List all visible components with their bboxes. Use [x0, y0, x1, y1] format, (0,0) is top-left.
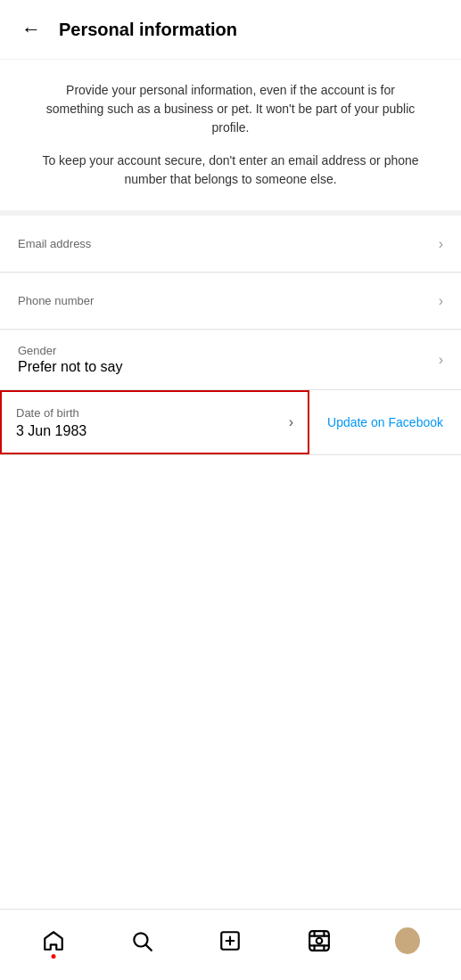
dob-label: Date of birth — [16, 406, 86, 420]
dob-row: Date of birth 3 Jun 1983 › Update on Fac… — [0, 390, 461, 455]
description-section: Provide your personal information, even … — [0, 60, 461, 216]
dob-value: 3 Jun 1983 — [16, 423, 86, 439]
nav-item-profile[interactable] — [381, 921, 434, 960]
email-field-content: Email address — [18, 237, 91, 250]
back-button[interactable]: ← — [18, 14, 45, 45]
phone-chevron-icon: › — [439, 293, 443, 309]
nav-item-home[interactable] — [27, 921, 80, 960]
gender-chevron-icon: › — [439, 352, 443, 368]
dob-field[interactable]: Date of birth 3 Jun 1983 › — [0, 390, 309, 454]
email-field[interactable]: Email address › — [0, 216, 461, 273]
page-title: Personal information — [59, 20, 237, 40]
dob-content: Date of birth 3 Jun 1983 — [16, 406, 86, 439]
security-description: To keep your account secure, don't enter… — [36, 151, 425, 189]
header: ← Personal information — [0, 0, 461, 60]
gender-value: Prefer not to say — [18, 359, 122, 375]
reels-icon — [307, 928, 332, 953]
nav-item-reels[interactable] — [292, 921, 346, 960]
svg-rect-5 — [309, 931, 329, 951]
search-icon — [129, 928, 154, 953]
main-description: Provide your personal information, even … — [36, 81, 425, 137]
update-facebook-link[interactable]: Update on Facebook — [309, 401, 461, 444]
dob-chevron-icon: › — [289, 414, 293, 430]
bottom-nav — [0, 909, 461, 980]
phone-field[interactable]: Phone number › — [0, 273, 461, 330]
nav-item-new-post[interactable] — [203, 921, 257, 960]
home-notification-dot — [51, 954, 55, 959]
list-section: Email address › Phone number › Gender Pr… — [0, 216, 461, 455]
svg-point-6 — [317, 937, 323, 943]
email-label: Email address — [18, 237, 91, 250]
phone-label: Phone number — [18, 294, 94, 307]
svg-line-1 — [146, 944, 152, 950]
new-post-icon — [218, 928, 243, 953]
home-icon — [41, 928, 66, 953]
profile-avatar — [395, 928, 420, 953]
email-chevron-icon: › — [439, 236, 443, 252]
gender-field-content: Gender Prefer not to say — [18, 344, 122, 375]
gender-field[interactable]: Gender Prefer not to say › — [0, 330, 461, 390]
phone-field-content: Phone number — [18, 294, 94, 307]
nav-item-search[interactable] — [115, 921, 169, 960]
gender-label: Gender — [18, 344, 122, 357]
